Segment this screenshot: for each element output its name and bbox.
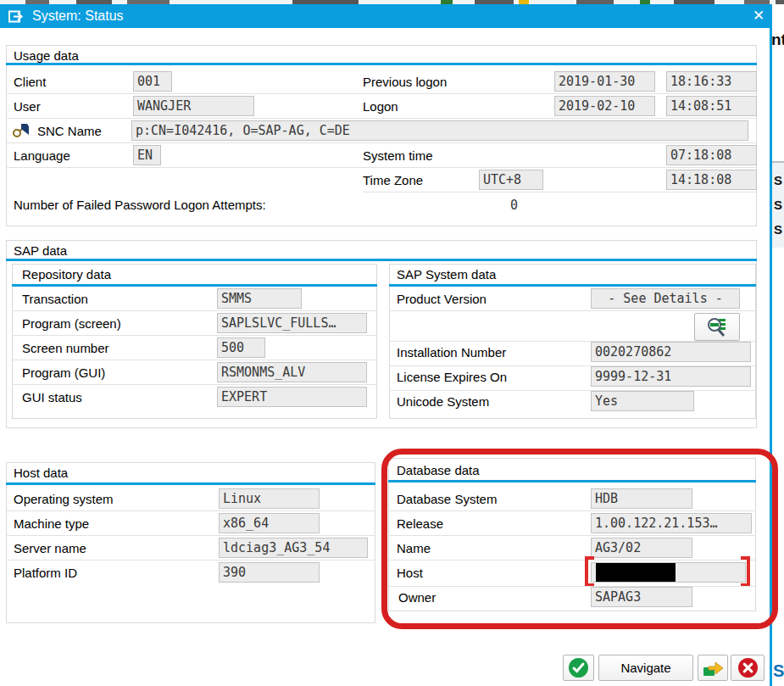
navigate-button-label: Navigate (620, 661, 670, 675)
dialog-title: System: Status (32, 8, 124, 24)
screen-number-field[interactable]: 500 (217, 337, 265, 358)
separator (6, 510, 375, 511)
logon-label: Logon (363, 99, 398, 114)
dialog-titlebar[interactable]: System: Status ✕ (0, 4, 770, 28)
gui-status-label: GUI status (22, 390, 82, 404)
sap-data-title: SAP data (14, 243, 67, 258)
separator (388, 560, 756, 561)
background-text-fragment: nt (771, 31, 784, 49)
local-time-field[interactable]: 14:18:08 (666, 170, 757, 190)
product-details-button[interactable] (694, 313, 740, 341)
separator (12, 384, 377, 385)
product-version-label: Product Version (397, 292, 487, 306)
language-field[interactable]: EN (133, 145, 161, 165)
dialog-window-icon (8, 10, 25, 23)
db-name-label: Name (397, 541, 431, 555)
host-data-accent-line (6, 482, 375, 485)
product-version-field[interactable]: - See Details - (591, 288, 740, 309)
user-label: User (14, 99, 41, 114)
server-name-field[interactable]: ldciag3_AG3_54 (219, 538, 368, 558)
client-label: Client (14, 75, 46, 89)
database-accent-line (388, 480, 756, 482)
previous-logon-date-field[interactable]: 2019-01-30 (554, 71, 655, 92)
exit-button[interactable] (698, 655, 728, 681)
logon-time-field[interactable]: 14:08:51 (666, 96, 757, 116)
separator (6, 560, 375, 561)
time-zone-label: Time Zone (363, 173, 423, 187)
background-text-fragment: S (773, 661, 784, 681)
redaction-bar (596, 562, 676, 583)
operating-system-label: Operating system (14, 492, 114, 506)
server-name-label: Server name (14, 541, 86, 555)
separator (6, 535, 375, 536)
navigate-button[interactable]: Navigate (598, 655, 693, 681)
background-row-label: S (774, 173, 782, 187)
database-system-label: Database System (397, 492, 497, 506)
logon-date-field[interactable]: 2019-02-10 (554, 96, 655, 116)
db-owner-label: Owner (398, 590, 436, 605)
separator (6, 93, 757, 94)
close-icon[interactable]: ✕ (749, 7, 768, 25)
time-zone-field[interactable]: UTC+8 (479, 170, 543, 190)
user-field[interactable]: WANGJER (133, 96, 254, 116)
separator (389, 310, 756, 311)
snc-name-field[interactable]: p:CN=I042416, O=SAP-AG, C=DE (131, 120, 748, 141)
unicode-system-field[interactable]: Yes (591, 391, 694, 411)
separator (389, 390, 756, 391)
separator (363, 192, 757, 192)
db-host-label: Host (397, 566, 423, 580)
background-row-label: S (774, 198, 782, 212)
machine-type-label: Machine type (14, 516, 89, 531)
previous-logon-time-field[interactable]: 18:16:33 (666, 71, 757, 92)
snc-key-icon (12, 122, 31, 139)
background-window-strip (772, 4, 784, 686)
system-time-label: System time (363, 148, 433, 163)
installation-number-field[interactable]: 0020270862 (591, 342, 751, 362)
db-release-field[interactable]: 1.00.122.21.153… (591, 513, 752, 533)
separator (388, 535, 756, 536)
usage-accent-line (6, 63, 757, 65)
gui-status-field[interactable]: EXPERT (217, 387, 367, 407)
sap-system-accent-line (389, 284, 756, 287)
repository-accent-line (12, 284, 377, 287)
program-screen-field[interactable]: SAPLSLVC_FULLS… (217, 313, 367, 333)
sap-data-accent-line (6, 259, 757, 261)
cancel-button[interactable] (731, 655, 765, 681)
machine-type-field[interactable]: x86_64 (219, 513, 320, 533)
client-field[interactable]: 001 (133, 71, 172, 92)
db-host-field[interactable]: l (591, 562, 746, 583)
usage-data-title: Usage data (14, 48, 79, 63)
database-data-title: Database data (397, 463, 480, 477)
operating-system-field[interactable]: Linux (219, 488, 320, 509)
magnifier-list-icon (706, 316, 728, 338)
transaction-label: Transaction (22, 292, 88, 306)
host-data-title: Host data (14, 466, 68, 480)
separator (6, 142, 757, 143)
license-expires-label: License Expires On (397, 370, 507, 384)
system-time-field[interactable]: 07:18:08 (666, 145, 757, 165)
sap-system-data-title: SAP System data (397, 267, 496, 282)
unicode-system-label: Unicode System (397, 394, 489, 409)
background-row-label: S (774, 222, 782, 237)
continue-button[interactable] (563, 655, 594, 681)
repository-data-title: Repository data (22, 267, 111, 282)
separator (388, 510, 756, 511)
program-gui-field[interactable]: RSMONMS_ALV (217, 362, 367, 382)
program-screen-label: Program (screen) (22, 316, 121, 331)
snc-name-label: SNC Name (37, 124, 102, 138)
db-name-field[interactable]: AG3/02 (591, 538, 692, 558)
transaction-field[interactable]: SMMS (217, 288, 302, 309)
db-owner-field[interactable]: SAPAG3 (591, 587, 692, 607)
db-release-label: Release (397, 516, 443, 531)
screen: nt S S S S System: Status ✕ Usage data C… (0, 0, 784, 686)
platform-id-field[interactable]: 390 (219, 562, 320, 583)
database-system-field[interactable]: HDB (591, 488, 692, 509)
dialog-right-border (770, 4, 772, 686)
separator (388, 586, 756, 587)
platform-id-label: Platform ID (14, 566, 77, 580)
failed-attempts-value: 0 (510, 198, 518, 213)
license-expires-field[interactable]: 9999-12-31 (591, 366, 751, 387)
separator (6, 167, 757, 168)
exit-arrow-icon (703, 658, 724, 678)
cancel-x-icon (737, 657, 759, 678)
